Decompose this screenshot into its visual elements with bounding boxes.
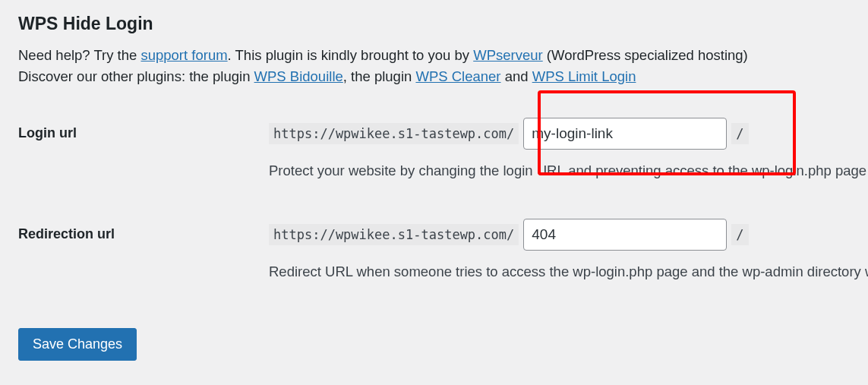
login-url-field: https://wpwikee.s1-tastewp.com/ / Protec… [269,118,868,181]
wpserveur-link[interactable]: WPserveur [473,47,543,63]
login-url-row: Login url https://wpwikee.s1-tastewp.com… [18,118,868,181]
login-url-input[interactable] [523,118,727,150]
redirection-url-label: Redirection url [18,219,269,242]
intro-brought-by: . This plugin is kindly brought to you b… [228,47,474,63]
login-trailing-slash: / [731,123,748,144]
redirection-url-input[interactable] [523,219,727,251]
redirection-url-field: https://wpwikee.s1-tastewp.com/ / Redire… [269,219,868,282]
wps-limit-login-link[interactable]: WPS Limit Login [532,68,636,84]
redirection-url-description: Redirect URL when someone tries to acces… [269,261,868,282]
intro-help-prefix: Need help? Try the [18,47,140,63]
wps-cleaner-link[interactable]: WPS Cleaner [415,68,500,84]
wpserveur-suffix: (WordPress specialized hosting) [543,47,748,63]
redirection-base-url: https://wpwikee.s1-tastewp.com/ [269,224,519,245]
login-url-input-row: https://wpwikee.s1-tastewp.com/ / [269,118,868,150]
login-url-description: Protect your website by changing the log… [269,160,868,181]
and-text: and [501,68,532,84]
support-forum-link[interactable]: support forum [140,47,227,63]
save-changes-button[interactable]: Save Changes [18,328,137,361]
settings-form: Login url https://wpwikee.s1-tastewp.com… [18,118,868,283]
wps-bidouille-link[interactable]: WPS Bidouille [254,68,343,84]
the-plugin-1: , the plugin [343,68,416,84]
redirection-url-input-row: https://wpwikee.s1-tastewp.com/ / [269,219,868,251]
redirection-url-row: Redirection url https://wpwikee.s1-taste… [18,219,868,282]
redirection-trailing-slash: / [731,224,748,245]
login-base-url: https://wpwikee.s1-tastewp.com/ [269,123,519,144]
intro-text: Need help? Try the support forum. This p… [18,45,868,87]
section-heading: WPS Hide Login [18,14,868,34]
login-url-label: Login url [18,118,269,141]
discover-prefix: Discover our other plugins: the plugin [18,68,254,84]
